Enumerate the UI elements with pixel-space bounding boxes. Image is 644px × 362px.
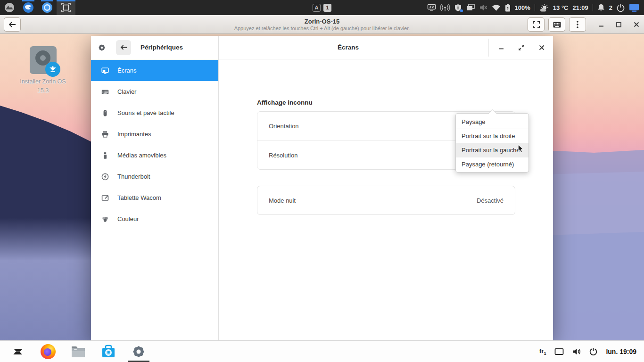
resolution-label: Résolution bbox=[269, 152, 297, 159]
dropdown-option-portrait-droite[interactable]: Portrait sur la droite bbox=[456, 129, 528, 143]
tray-separator bbox=[593, 4, 593, 11]
vm-back-button[interactable] bbox=[4, 17, 21, 32]
virt-viewer-icon bbox=[61, 2, 71, 13]
host-clock[interactable]: 21:09 bbox=[573, 4, 588, 11]
display-icon bbox=[101, 67, 109, 74]
dropdown-option-paysage-retourne[interactable]: Paysage (retourné) bbox=[456, 157, 528, 171]
taskbar-files[interactable] bbox=[63, 341, 93, 362]
security-shield-icon[interactable] bbox=[454, 4, 462, 12]
sidebar-item-couleur[interactable]: Couleur bbox=[91, 208, 218, 230]
sidebar-item-label: Écrans bbox=[117, 67, 136, 74]
software-store-icon bbox=[101, 345, 116, 359]
vm-window-controls bbox=[598, 22, 639, 27]
firefox-icon bbox=[41, 344, 56, 359]
sidebar-item-label: Clavier bbox=[117, 88, 136, 95]
sidebar-item-imprimantes[interactable]: Imprimantes bbox=[91, 123, 218, 145]
installer-desktop-icon[interactable]: Installer Zorin OS 15.3 bbox=[20, 46, 66, 96]
settings-page-title: Écrans bbox=[219, 44, 478, 51]
sidebar-item-clavier[interactable]: Clavier bbox=[91, 81, 218, 102]
notification-bell-icon[interactable] bbox=[597, 4, 605, 12]
muted-speaker-icon[interactable] bbox=[479, 4, 487, 11]
settings-gear-icon bbox=[98, 43, 106, 52]
files-folder-icon bbox=[71, 345, 86, 358]
sidebar-item-medias-amovibles[interactable]: Médias amovibles bbox=[91, 145, 218, 166]
windows-stack-icon[interactable] bbox=[466, 4, 475, 11]
header-divider bbox=[112, 41, 112, 54]
volume-tray-icon[interactable] bbox=[572, 348, 581, 355]
host-app-photos[interactable] bbox=[0, 0, 19, 15]
taskbar-settings[interactable] bbox=[124, 341, 154, 362]
workspace-indicator[interactable]: 1 bbox=[323, 4, 331, 12]
wifi-icon[interactable] bbox=[492, 4, 501, 11]
weather-icon[interactable] bbox=[539, 3, 549, 12]
power-tray-icon[interactable] bbox=[589, 347, 597, 355]
tray-separator bbox=[535, 4, 535, 11]
settings-close-button[interactable] bbox=[539, 45, 545, 50]
settings-window: Périphériques Écrans Écrans bbox=[91, 36, 553, 340]
download-badge-icon bbox=[45, 62, 60, 77]
settings-sidebar: Écrans Clavier Souris et pavé tactile bbox=[91, 59, 219, 340]
sidebar-item-label: Couleur bbox=[117, 215, 139, 222]
settings-back-button[interactable] bbox=[116, 40, 131, 55]
sidebar-item-ecrans[interactable]: Écrans bbox=[91, 60, 218, 81]
sidebar-item-tablette-wacom[interactable]: Tablette Wacom bbox=[91, 187, 218, 208]
taskbar-software[interactable] bbox=[93, 341, 124, 362]
host-app-thunderbird[interactable] bbox=[19, 0, 38, 15]
sidebar-item-label: Souris et pavé tactile bbox=[117, 109, 174, 116]
keyboard-layout-indicator[interactable]: fr1 bbox=[539, 347, 546, 356]
taskbar-firefox[interactable] bbox=[33, 341, 63, 362]
color-icon bbox=[101, 215, 109, 223]
sidebar-item-label: Thunderbolt bbox=[117, 173, 150, 180]
mountain-app-icon bbox=[4, 2, 15, 13]
battery-icon[interactable] bbox=[505, 4, 511, 12]
orientation-dropdown: Paysage Portrait sur la droite Portrait … bbox=[455, 113, 529, 173]
removable-media-icon bbox=[101, 152, 109, 159]
vm-keyboard-button[interactable] bbox=[548, 17, 565, 32]
sidebar-item-thunderbolt[interactable]: Thunderbolt bbox=[91, 166, 218, 187]
sidebar-item-label: Imprimantes bbox=[117, 131, 151, 138]
vm-close-button[interactable] bbox=[634, 22, 639, 27]
host-app-virt-viewer[interactable] bbox=[57, 0, 75, 15]
taskbar-apps bbox=[0, 341, 154, 362]
night-mode-label: Mode nuit bbox=[269, 197, 296, 204]
orientation-label: Orientation bbox=[269, 123, 299, 130]
host-system-tray: 100% 13 °C 21:09 2 bbox=[427, 0, 644, 15]
vm-menu-button[interactable] bbox=[569, 17, 586, 32]
host-app-chromium[interactable] bbox=[38, 0, 57, 15]
vm-fullscreen-button[interactable] bbox=[528, 17, 545, 32]
notification-count: 2 bbox=[609, 4, 612, 11]
settings-body: Écrans Clavier Souris et pavé tactile bbox=[91, 59, 553, 340]
power-icon[interactable] bbox=[617, 4, 625, 12]
running-indicator bbox=[57, 0, 75, 1]
sidebar-item-souris[interactable]: Souris et pavé tactile bbox=[91, 102, 218, 123]
vm-minimize-button[interactable] bbox=[598, 22, 604, 27]
night-mode-value[interactable]: Désactivé bbox=[477, 197, 504, 204]
settings-restore-button[interactable] bbox=[518, 44, 525, 51]
display-tray-icon[interactable] bbox=[554, 348, 564, 355]
display-section-title: Affichage inconnu bbox=[257, 99, 313, 106]
taskbar-zorin-menu[interactable] bbox=[3, 341, 33, 362]
sidebar-item-label: Tablette Wacom bbox=[117, 194, 161, 201]
host-running-apps bbox=[0, 0, 75, 15]
keyboard-layout-indicator[interactable]: A bbox=[313, 4, 321, 12]
keyboard-icon bbox=[101, 88, 109, 96]
taskbar-tray: fr1 lun. 19:09 bbox=[539, 347, 644, 356]
vm-maximize-button[interactable] bbox=[616, 22, 621, 27]
settings-minimize-button[interactable] bbox=[498, 45, 504, 50]
thunderbird-icon bbox=[23, 2, 34, 13]
caffeine-icon[interactable] bbox=[427, 4, 436, 11]
dropdown-option-paysage[interactable]: Paysage bbox=[456, 115, 528, 129]
settings-gear-taskbar-icon bbox=[131, 344, 146, 359]
settings-section-title: Périphériques bbox=[140, 44, 183, 51]
night-mode-row[interactable]: Mode nuit Désactivé bbox=[257, 186, 515, 215]
night-mode-card: Mode nuit Désactivé bbox=[257, 186, 515, 215]
settings-window-controls bbox=[498, 44, 545, 51]
broadcast-icon[interactable] bbox=[440, 4, 450, 12]
dropdown-option-portrait-gauche[interactable]: Portrait sur la gauche bbox=[456, 143, 528, 157]
shield-status-dot bbox=[460, 9, 463, 12]
sidebar-item-label: Médias amovibles bbox=[117, 152, 166, 159]
blue-display-tray-icon[interactable] bbox=[629, 3, 639, 12]
mouse-icon bbox=[101, 109, 109, 117]
taskbar-clock[interactable]: lun. 19:09 bbox=[606, 348, 636, 355]
wacom-tablet-icon bbox=[101, 194, 109, 202]
